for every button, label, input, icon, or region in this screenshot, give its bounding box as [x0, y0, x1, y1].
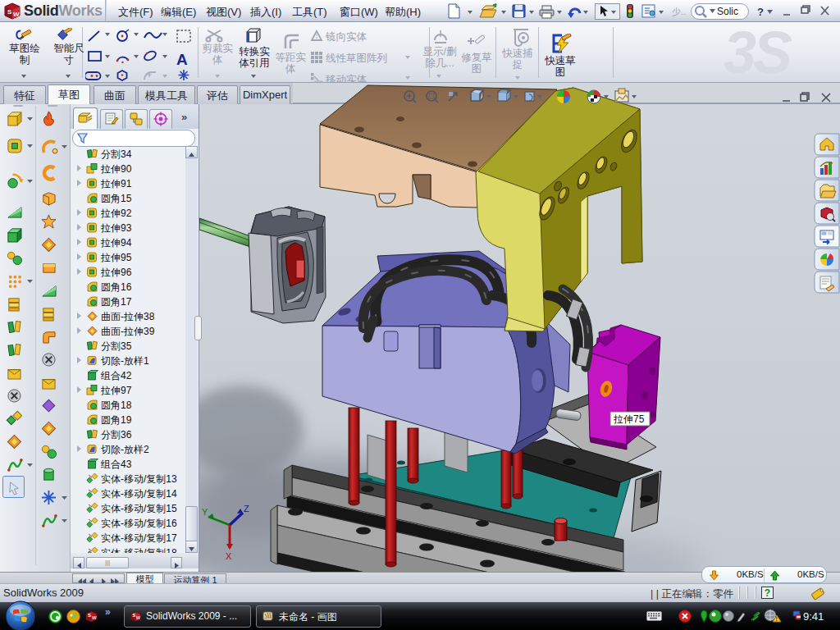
svg-text:W: W [136, 615, 140, 620]
svg-text:S: S [7, 8, 12, 16]
svg-text:A: A [176, 51, 188, 68]
svg-text:Solic: Solic [717, 6, 738, 17]
svg-text:拉伸75: 拉伸75 [613, 413, 645, 425]
svg-text:W: W [13, 11, 20, 18]
svg-text:S: S [88, 613, 91, 618]
svg-text:Z: Z [244, 504, 249, 514]
svg-text:S: S [133, 613, 136, 618]
svg-text:少..: 少.. [672, 7, 686, 16]
svg-text:W: W [92, 615, 97, 620]
svg-text:Y: Y [202, 507, 208, 517]
svg-text:!: ! [776, 616, 778, 622]
svg-text:X: X [226, 551, 232, 561]
svg-text:?: ? [757, 6, 764, 18]
